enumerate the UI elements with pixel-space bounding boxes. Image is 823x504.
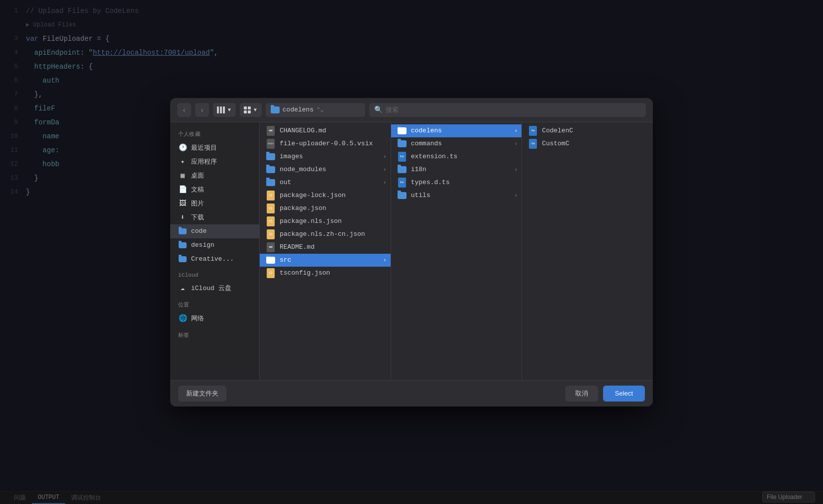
view-grid-button[interactable]: ▼ (240, 103, 262, 117)
file-name: CustomC (542, 140, 569, 147)
sidebar-item-creative[interactable]: Creative... (170, 252, 259, 266)
file-icon-ts: ts (397, 179, 407, 187)
sidebar-item-recent[interactable]: 🕐 最近项目 (170, 141, 259, 155)
list-item[interactable]: commands › (391, 137, 522, 150)
sidebar-section-tags: 标签 (170, 329, 259, 342)
sidebar-item-apps[interactable]: ✦ 应用程序 (170, 155, 259, 169)
list-item[interactable]: codelens › (391, 124, 522, 137)
folder-icon (266, 256, 276, 264)
folder-icon (266, 153, 276, 161)
list-item[interactable]: node_modules › (260, 163, 391, 176)
code-folder-icon (178, 227, 187, 236)
sidebar: 个人收藏 🕐 最近项目 ✦ 应用程序 ▦ 桌面 📄 文稿 (170, 122, 260, 380)
file-picker-dialog: ‹ › ▼ ▼ codelens ⌃⌄ (170, 98, 653, 406)
list-item[interactable]: ts CodelenC (522, 124, 653, 137)
file-name: CHANGELOG.md (280, 127, 326, 134)
grid-view-icon (244, 106, 251, 113)
cancel-button[interactable]: 取消 (565, 386, 598, 402)
sidebar-item-design[interactable]: design (170, 238, 259, 252)
file-icon-json: {} (266, 192, 276, 200)
list-item[interactable]: ts types.d.ts (391, 176, 522, 189)
chevron-right-icon: › (383, 154, 387, 160)
new-folder-button[interactable]: 新建文件夹 (178, 386, 226, 402)
documents-icon: 📄 (178, 185, 187, 194)
list-item[interactable]: {} tsconfig.json (260, 267, 391, 280)
list-item[interactable]: ts extension.ts (391, 150, 522, 163)
icloud-icon: ☁ (178, 284, 187, 293)
sidebar-item-code[interactable]: code (170, 224, 259, 238)
chevron-right-icon: › (514, 193, 518, 199)
chevron-right-icon: › (514, 141, 518, 147)
view-columns-button[interactable]: ▼ (213, 103, 236, 117)
folder-icon (266, 166, 276, 174)
folder-icon (397, 166, 407, 174)
file-icon-json: {} (266, 204, 276, 212)
path-expand-icon: ⌃⌄ (316, 106, 323, 113)
sidebar-item-downloads[interactable]: ⬇ 下载 (170, 210, 259, 224)
file-icon-json: {} (266, 230, 276, 238)
list-item[interactable]: i18n › (391, 163, 522, 176)
list-item[interactable]: out › (260, 176, 391, 189)
creative-folder-icon (178, 255, 187, 264)
file-name: package.json (280, 204, 326, 212)
select-button[interactable]: Select (603, 386, 645, 402)
file-name: images (280, 153, 303, 160)
sidebar-section-icloud: iCloud (170, 270, 259, 281)
file-icon-ts: ts (528, 140, 538, 148)
sidebar-item-documents[interactable]: 📄 文稿 (170, 183, 259, 197)
chevron-right-icon: › (383, 167, 387, 173)
file-panel-1: md CHANGELOG.md vsix file-uploader-0.0.5… (260, 122, 391, 380)
forward-button[interactable]: › (195, 103, 209, 117)
dialog-overlay: ‹ › ▼ ▼ codelens ⌃⌄ (0, 0, 823, 504)
sidebar-item-icloud[interactable]: ☁ iCloud 云盘 (170, 281, 259, 295)
sidebar-item-label: 应用程序 (191, 157, 217, 166)
list-item[interactable]: src › (260, 254, 391, 267)
file-name: out (280, 179, 291, 186)
list-item[interactable]: {} package.json (260, 202, 391, 215)
sidebar-item-label: 最近项目 (191, 143, 217, 152)
sidebar-item-label: 图片 (191, 199, 204, 208)
file-icon-ts: ts (397, 153, 407, 161)
file-panel-3: ts CodelenC ts CustomC (522, 122, 653, 380)
list-item[interactable]: utils › (391, 189, 522, 202)
file-name: types.d.ts (411, 179, 450, 186)
sidebar-item-label: 网络 (191, 314, 204, 323)
search-box[interactable]: 🔍 搜索 (369, 103, 646, 117)
file-name: tsconfig.json (280, 269, 330, 277)
current-path-label: codelens (283, 106, 313, 113)
file-icon-json: {} (266, 217, 276, 225)
list-item[interactable]: {} package.nls.zh-cn.json (260, 228, 391, 241)
list-item[interactable]: vsix file-uploader-0.0.5.vsix (260, 137, 391, 150)
sidebar-item-desktop[interactable]: ▦ 桌面 (170, 169, 259, 183)
file-icon-md: md (266, 243, 276, 251)
list-item[interactable]: {} package-lock.json (260, 189, 391, 202)
dialog-toolbar: ‹ › ▼ ▼ codelens ⌃⌄ (170, 98, 653, 122)
pictures-icon: 🖼 (178, 199, 187, 208)
sidebar-item-label: iCloud 云盘 (191, 284, 231, 293)
sidebar-item-label: 桌面 (191, 171, 204, 180)
list-item[interactable]: {} package.nls.json (260, 215, 391, 228)
sidebar-section-location: 位置 (170, 299, 259, 311)
sidebar-item-label: code (191, 227, 206, 235)
sidebar-item-network[interactable]: 🌐 网络 (170, 311, 259, 325)
list-item[interactable]: md CHANGELOG.md (260, 124, 391, 137)
file-name: src (280, 256, 291, 264)
view-dropdown-arrow: ▼ (227, 107, 232, 112)
footer-actions: 取消 Select (565, 386, 645, 402)
downloads-icon: ⬇ (178, 213, 187, 222)
design-folder-icon (178, 241, 187, 250)
sidebar-item-pictures[interactable]: 🖼 图片 (170, 197, 259, 210)
file-panels: md CHANGELOG.md vsix file-uploader-0.0.5… (260, 122, 653, 380)
list-item[interactable]: md README.md (260, 241, 391, 254)
file-name: package.nls.json (280, 217, 342, 225)
dialog-body: 个人收藏 🕐 最近项目 ✦ 应用程序 ▦ 桌面 📄 文稿 (170, 122, 653, 380)
recent-icon: 🕐 (178, 143, 187, 152)
folder-icon (397, 192, 407, 200)
path-selector[interactable]: codelens ⌃⌄ (266, 103, 365, 117)
search-placeholder: 搜索 (386, 105, 399, 114)
network-icon: 🌐 (178, 314, 187, 323)
back-button[interactable]: ‹ (177, 103, 191, 117)
list-item[interactable]: images › (260, 150, 391, 163)
path-folder-icon (271, 106, 280, 113)
list-item[interactable]: ts CustomC (522, 137, 653, 150)
